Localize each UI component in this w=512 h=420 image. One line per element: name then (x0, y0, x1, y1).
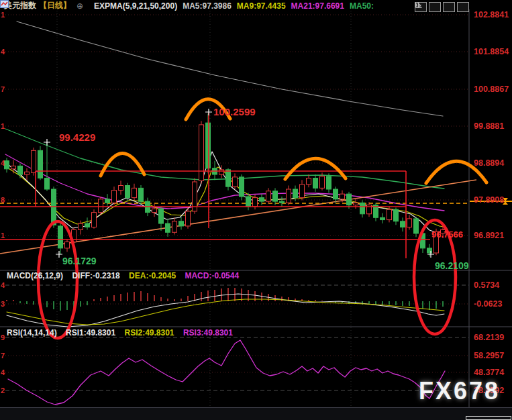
swing-high-label: 99.4229 (59, 132, 95, 143)
candle-body (132, 188, 137, 197)
candle-body (5, 161, 9, 169)
swing-low-label: 96.1729 (62, 256, 97, 266)
candle-body (32, 150, 36, 172)
candle-body (119, 186, 123, 191)
candle-body (401, 221, 405, 227)
ma5-value: MA5:97.3986 (183, 1, 232, 11)
axis-scale-left-icon[interactable] (429, 2, 441, 12)
candle-body (199, 125, 204, 180)
candle-body (25, 172, 30, 174)
candle-body (407, 219, 412, 227)
extreme-cross-marker (56, 251, 62, 258)
candle-body (327, 176, 331, 189)
candle-body (139, 188, 144, 201)
candle-body (266, 191, 271, 201)
candle-body (300, 185, 305, 198)
ma9-value: MA9:97.4435 (237, 1, 286, 11)
candle-body (125, 186, 130, 198)
candle-body (112, 191, 117, 203)
candle-body (260, 198, 264, 201)
ma50-value: MA50: (350, 1, 374, 11)
rsi-name: RSI(14,14,14) (7, 328, 57, 337)
candle-body (354, 203, 358, 205)
candle-body (18, 166, 23, 174)
date-axis-bar[interactable] (0, 407, 512, 420)
candle-body (347, 194, 352, 205)
macd-dea-value: DEA:-0.2045 (129, 271, 176, 280)
candle-body (360, 203, 365, 213)
candle-body (287, 189, 291, 203)
candle-body (313, 178, 318, 189)
candle-body (246, 197, 251, 207)
candle-body (219, 170, 224, 174)
trading-app-window: 102.8841101.8854100.886799.888198.889497… (0, 0, 512, 420)
candle-body (340, 194, 345, 199)
candle-body (320, 176, 325, 189)
rsi-line (8, 340, 445, 405)
candlestick-chart-icon-svg (0, 0, 9, 8)
expma-label[interactable]: EXPMA(5,9,21,50,200) (94, 1, 177, 11)
rsi2-value: RSI2:49.8301 (124, 328, 174, 337)
price-chart-svg (0, 0, 512, 420)
macd-name: MACD(26,12,9) (7, 271, 63, 280)
candle-body (179, 221, 184, 226)
candle-body (159, 209, 164, 223)
candle-body (45, 178, 50, 189)
candle-body (166, 223, 170, 232)
ma21-line (5, 154, 444, 211)
candle-body (92, 213, 97, 227)
macd-header[interactable]: MACD(26,12,9) DIFF:-0.2318 DEA:-0.2045 M… (7, 271, 246, 280)
recent-low-label: 96.2109 (435, 260, 469, 271)
candle-body (172, 221, 177, 232)
rsi1-value: RSI1:49.8301 (66, 328, 115, 337)
axis-scale-right-icon[interactable] (443, 2, 455, 12)
macd-macd-value: MACD:-0.0544 (185, 271, 239, 280)
candle-body (11, 166, 16, 168)
candle-body (334, 189, 338, 199)
macd-diff-value: DIFF:-0.2318 (72, 271, 119, 280)
candle-body (85, 223, 90, 227)
candle-body (253, 198, 258, 207)
circle-plus-icon[interactable]: ⊕ (76, 1, 83, 11)
candle-body (38, 150, 43, 178)
rsi3-value: RSI3:49.8301 (183, 328, 233, 337)
candle-body (79, 223, 83, 229)
candle-body (233, 177, 238, 187)
candle-body (387, 209, 392, 219)
scroll-slider[interactable] (466, 416, 511, 420)
rsi-header[interactable]: RSI(14,14,14) RSI1:49.8301 RSI2:49.8301 … (7, 328, 240, 337)
last-price-label: 96.7566 (431, 229, 463, 240)
candle-body (105, 199, 110, 203)
candle-body (186, 211, 191, 226)
symbol-title: 美元指数 (4, 0, 36, 11)
candle-body (307, 178, 311, 185)
candle-body (394, 209, 399, 221)
peak-high-label: 100.2599 (213, 106, 256, 117)
candle-body (414, 219, 419, 233)
candle-body (240, 177, 244, 197)
extreme-cross-marker (205, 109, 212, 115)
candle-body (206, 123, 211, 168)
ma5-line (5, 152, 444, 233)
orange-arc-annotation (426, 161, 487, 183)
candle-body (380, 217, 385, 219)
candle-body (58, 226, 63, 248)
ma200-line (17, 21, 443, 116)
watermark: FX678 (419, 377, 500, 405)
candle-body (99, 199, 103, 213)
candle-body (152, 209, 157, 212)
candle-body (226, 170, 231, 187)
period-selector[interactable]: 【日线】 (39, 0, 71, 11)
chart-toolbar (415, 2, 469, 12)
chart-canvas[interactable] (0, 0, 512, 420)
candle-body (280, 201, 285, 203)
candle-body (273, 191, 278, 201)
candle-body (293, 189, 298, 198)
shift-right-icon[interactable] (457, 2, 469, 12)
candle-body (65, 242, 70, 248)
ma21-value: MA21:97.6691 (291, 1, 344, 11)
